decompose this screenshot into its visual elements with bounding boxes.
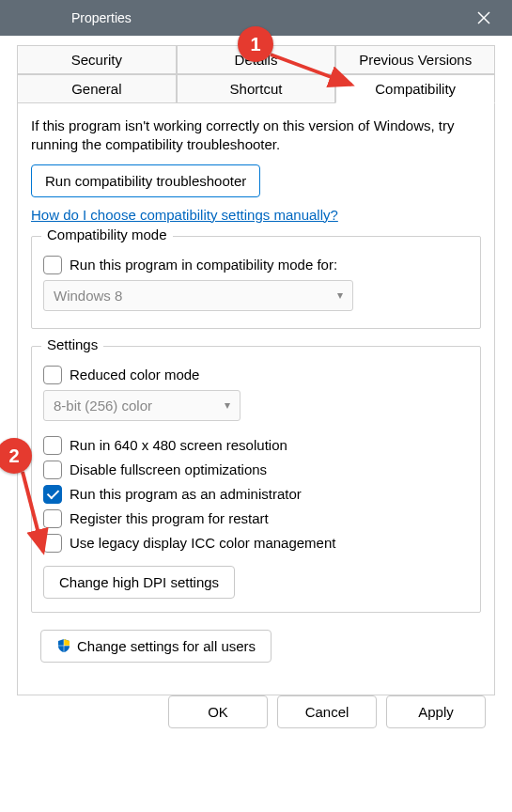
apply-button[interactable]: Apply xyxy=(386,695,486,728)
ok-button[interactable]: OK xyxy=(168,695,268,728)
close-icon[interactable] xyxy=(463,1,504,35)
select-color-mode-value: 8-bit (256) color xyxy=(54,398,152,414)
label-run-as-admin: Run this program as an administrator xyxy=(70,486,302,502)
label-register-restart: Register this program for restart xyxy=(70,510,269,526)
select-compat-os-value: Windows 8 xyxy=(54,288,122,304)
dialog-content: 1 Security Details Previous Versions Gen… xyxy=(0,36,512,742)
dialog-footer: OK Cancel Apply xyxy=(17,695,495,728)
tab-general[interactable]: General xyxy=(17,74,177,103)
label-legacy-icc: Use legacy display ICC color management xyxy=(70,535,335,551)
annotation-arrow-1 xyxy=(265,47,368,94)
intro-text: If this program isn't working correctly … xyxy=(31,117,481,155)
chevron-down-icon: ▾ xyxy=(337,289,343,302)
select-compat-os[interactable]: Windows 8 ▾ xyxy=(43,280,353,311)
group-title-compat: Compatibility mode xyxy=(41,226,173,242)
chevron-down-icon: ▾ xyxy=(225,398,230,412)
checkbox-run-640x480[interactable] xyxy=(43,436,62,455)
select-color-mode[interactable]: 8-bit (256) color ▾ xyxy=(43,390,240,421)
change-dpi-button[interactable]: Change high DPI settings xyxy=(43,566,235,599)
window-title: Properties xyxy=(15,10,132,25)
svg-line-3 xyxy=(23,472,43,552)
annotation-marker-1: 1 xyxy=(238,26,273,62)
help-link[interactable]: How do I choose compatibility settings m… xyxy=(31,207,338,223)
change-all-users-label: Change settings for all users xyxy=(77,638,256,654)
change-all-users-button[interactable]: Change settings for all users xyxy=(40,630,272,663)
group-compatibility-mode: Compatibility mode Run this program in c… xyxy=(31,236,481,329)
run-troubleshooter-button[interactable]: Run compatibility troubleshooter xyxy=(31,164,260,197)
checkbox-reduced-color[interactable] xyxy=(43,366,62,384)
tab-security[interactable]: Security xyxy=(17,45,177,74)
label-reduced-color: Reduced color mode xyxy=(70,367,199,383)
checkbox-compat-mode[interactable] xyxy=(43,256,62,274)
svg-line-2 xyxy=(271,55,351,85)
group-title-settings: Settings xyxy=(41,336,103,352)
tab-panel-compatibility: If this program isn't working correctly … xyxy=(17,103,495,695)
shield-icon xyxy=(56,638,71,653)
cancel-button[interactable]: Cancel xyxy=(277,695,377,728)
label-compat-mode: Run this program in compatibility mode f… xyxy=(70,257,337,273)
label-run-640x480: Run in 640 x 480 screen resolution xyxy=(70,437,287,453)
label-disable-fullscreen: Disable fullscreen optimizations xyxy=(70,461,267,477)
annotation-arrow-2 xyxy=(13,462,60,566)
group-settings: Settings Reduced color mode 8-bit (256) … xyxy=(31,346,481,613)
